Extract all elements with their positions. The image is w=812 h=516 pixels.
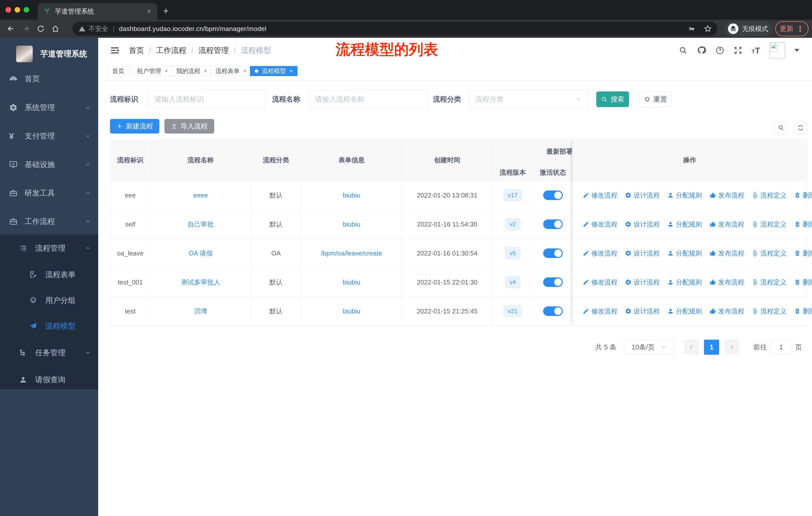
action-delete[interactable]: 删除	[794, 249, 812, 258]
sidebar-item-infrastructure[interactable]: 基础设施	[0, 153, 98, 176]
tag-close-icon[interactable]: ×	[243, 68, 246, 74]
cell-form-info-link[interactable]: biubiu	[343, 191, 360, 199]
cell-process-name-link[interactable]: OA 请假	[188, 249, 212, 258]
action-delete[interactable]: 删除	[794, 307, 812, 316]
sidebar-item-leave-query[interactable]: 请假查询	[0, 369, 98, 391]
active-status-toggle[interactable]	[543, 190, 563, 200]
home-icon[interactable]	[51, 25, 59, 33]
import-process-button[interactable]: 导入流程	[164, 119, 214, 134]
action-publish-process[interactable]: 发布流程	[709, 191, 744, 200]
create-process-button[interactable]: 新建流程	[110, 119, 159, 134]
tag-home[interactable]: 首页	[108, 66, 129, 76]
action-publish-process[interactable]: 发布流程	[709, 249, 744, 258]
sidebar-item-workflow[interactable]: 工作流程	[0, 210, 98, 233]
cell-process-name-link[interactable]: 滔博	[194, 307, 207, 316]
sidebar-item-task-management[interactable]: 任务管理	[0, 342, 98, 364]
process-id-input[interactable]	[148, 90, 266, 109]
tag-process-form[interactable]: 流程表单 ×	[211, 66, 251, 76]
action-assign-rules[interactable]: 分配规则	[667, 307, 702, 316]
tag-my-process[interactable]: 我的流程 ×	[171, 66, 212, 76]
sidebar-item-user-group[interactable]: 用户分组	[0, 289, 98, 312]
action-edit-process[interactable]: 修改流程	[583, 307, 617, 316]
cell-form-info-link[interactable]: biubiu	[343, 278, 360, 286]
active-status-toggle[interactable]	[543, 277, 563, 287]
help-icon[interactable]	[715, 46, 724, 55]
tab-close-icon[interactable]: ×	[147, 7, 151, 15]
action-edit-process[interactable]: 修改流程	[583, 191, 617, 200]
reset-button[interactable]: 重置	[639, 91, 672, 107]
forward-icon[interactable]	[22, 24, 30, 33]
table-search-toggle-icon[interactable]	[774, 121, 788, 135]
cell-form-info-link[interactable]: biubiu	[343, 220, 360, 228]
action-assign-rules[interactable]: 分配规则	[667, 249, 702, 258]
sidebar-item-payment[interactable]: ¥ 支付管理	[0, 125, 98, 147]
action-process-definition[interactable]: 流程定义	[752, 307, 787, 316]
action-design-process[interactable]: 设计流程	[625, 191, 660, 200]
tag-close-icon[interactable]: ×	[204, 68, 207, 74]
header-search-icon[interactable]	[678, 46, 688, 55]
process-name-input[interactable]	[308, 90, 428, 109]
breadcrumb-item-home[interactable]: 首页	[129, 45, 144, 56]
action-delete[interactable]: 删除	[794, 278, 812, 287]
not-secure-warning[interactable]: 不安全	[79, 24, 108, 33]
back-icon[interactable]	[6, 24, 15, 33]
fullscreen-icon[interactable]	[733, 46, 743, 55]
action-design-process[interactable]: 设计流程	[625, 249, 660, 258]
avatar-dropdown-caret-icon[interactable]	[794, 49, 800, 52]
action-process-definition[interactable]: 流程定义	[752, 278, 787, 287]
window-zoom-button[interactable]	[24, 7, 29, 12]
process-category-select[interactable]: 流程分类	[469, 90, 588, 109]
reload-icon[interactable]	[37, 25, 45, 33]
action-assign-rules[interactable]: 分配规则	[667, 220, 702, 229]
new-tab-button[interactable]: +	[163, 6, 169, 16]
prev-page-button[interactable]	[684, 340, 699, 355]
action-process-definition[interactable]: 流程定义	[752, 191, 787, 200]
table-refresh-icon[interactable]	[794, 121, 808, 135]
window-minimize-button[interactable]	[14, 7, 20, 12]
sidebar-item-dev-tools[interactable]: 研发工具	[0, 182, 98, 204]
action-edit-process[interactable]: 修改流程	[583, 278, 617, 287]
sidebar-logo-row[interactable]: 芋道管理系统	[0, 41, 98, 66]
sidebar-collapse-icon[interactable]	[110, 45, 120, 55]
action-assign-rules[interactable]: 分配规则	[667, 278, 702, 287]
tag-process-model[interactable]: 流程模型 ×	[250, 66, 297, 76]
current-page-button[interactable]: 1	[704, 340, 719, 355]
breadcrumb-item-process-management[interactable]: 流程管理	[199, 45, 229, 56]
action-publish-process[interactable]: 发布流程	[709, 307, 744, 316]
action-publish-process[interactable]: 发布流程	[709, 278, 744, 287]
password-key-icon[interactable]	[687, 25, 695, 33]
page-size-select[interactable]: 10条/页	[624, 340, 674, 354]
cell-process-name-link[interactable]: eeee	[193, 191, 208, 199]
sidebar-item-system[interactable]: 系统管理	[0, 96, 98, 119]
browser-menu-kebab-icon[interactable]: ⋮	[796, 24, 804, 33]
bookmark-star-icon[interactable]	[704, 25, 712, 33]
sidebar-item-home[interactable]: 首页	[0, 67, 98, 90]
action-assign-rules[interactable]: 分配规则	[667, 191, 702, 200]
action-edit-process[interactable]: 修改流程	[583, 220, 617, 229]
active-status-toggle[interactable]	[543, 248, 563, 258]
action-design-process[interactable]: 设计流程	[625, 278, 660, 287]
github-icon[interactable]	[697, 46, 706, 55]
goto-page-input[interactable]	[770, 340, 792, 354]
action-delete[interactable]: 删除	[794, 220, 812, 229]
next-page-button[interactable]	[724, 340, 739, 355]
action-design-process[interactable]: 设计流程	[625, 220, 660, 229]
action-publish-process[interactable]: 发布流程	[709, 220, 744, 229]
address-bar[interactable]: 不安全 | dashboard.yudao.iocoder.cn/bpm/man…	[72, 22, 717, 36]
action-process-definition[interactable]: 流程定义	[752, 220, 787, 229]
window-close-button[interactable]	[5, 7, 11, 12]
font-size-icon[interactable]: TT	[752, 46, 760, 55]
breadcrumb-item-workflow[interactable]: 工作流程	[156, 45, 186, 56]
cell-form-info-link[interactable]: /bpm/oa/leave/create	[321, 249, 382, 257]
user-avatar[interactable]	[769, 42, 785, 58]
search-button[interactable]: 搜索	[596, 91, 629, 107]
active-status-toggle[interactable]	[543, 306, 563, 316]
sidebar-item-process-management[interactable]: 流程管理	[0, 237, 98, 260]
tag-close-icon[interactable]: ×	[165, 68, 168, 74]
action-delete[interactable]: 删除	[794, 191, 812, 200]
tag-tenant[interactable]: 租户管理 ×	[132, 66, 173, 76]
sidebar-item-process-model[interactable]: 流程模型	[0, 315, 98, 337]
action-design-process[interactable]: 设计流程	[625, 307, 660, 316]
active-status-toggle[interactable]	[543, 219, 563, 229]
cell-process-name-link[interactable]: 自己审批	[187, 220, 214, 229]
